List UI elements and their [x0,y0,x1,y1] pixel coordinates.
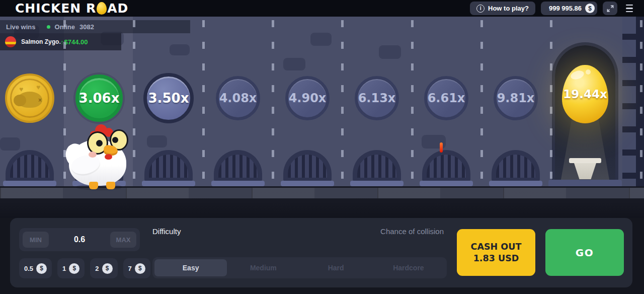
min-bet-button[interactable]: MIN [23,232,49,248]
brick-patch [170,44,190,55]
brick-patch [283,58,305,70]
app-logo: CHICKEN R AD [15,0,128,17]
live-wins-bar: Live wins Online 3082 [0,20,190,33]
how-to-play-label: How to play? [488,5,529,12]
dollar-coin-icon: $ [135,263,145,274]
chip-7-button[interactable]: 7 $ [123,258,150,278]
grate-bars [353,150,401,182]
menu-button[interactable] [623,2,636,15]
brick-patch [147,135,167,148]
multiplier-locked: 6.61x [424,76,468,120]
cash-out-button[interactable]: CASH OUT 1.83 USD [457,229,535,276]
chicken-character [66,126,132,191]
bet-amount-box: MIN 0.6 MAX [19,228,140,251]
brick-patch [0,137,20,151]
difficulty-hard[interactable]: Hard [300,259,372,276]
max-bet-button[interactable]: MAX [110,232,136,248]
collision-chance-label: Chance of collision [303,227,444,236]
sewer-grate [6,150,54,186]
how-to-play-button[interactable]: How to play? [470,2,535,15]
difficulty-easy[interactable]: Easy [154,259,227,276]
bet-amount-input[interactable]: 0.6 [74,235,85,244]
chicken-foot-right [106,182,115,189]
grate-sill [3,181,56,186]
cash-out-label: CASH OUT [460,241,532,253]
grate-bars [6,150,54,182]
live-win-entry: Salmon Zygo… ↑ $744.00 [0,33,121,50]
go-button[interactable]: GO [545,229,624,276]
sewer-grate [283,150,332,186]
info-icon [476,5,485,13]
header-controls: How to play? 999 995.86 $ [470,2,636,15]
grate-sill [142,181,195,186]
lane-divider [202,20,205,186]
fullscreen-button[interactable] [603,2,617,15]
multiplier-locked: 4.08x [216,76,260,120]
brick-patch [379,45,401,59]
difficulty-selector: Easy Medium Hard Hardcore [152,257,447,278]
online-count: 3082 [79,23,94,31]
grate-bars [144,150,193,182]
menu-icon [626,5,633,6]
live-wins-title: Live wins [6,23,36,31]
grate-bars [283,150,332,182]
difficulty-label: Difficulty [152,227,181,236]
grate-bars [492,150,540,182]
bet-control-panel: MIN 0.6 MAX 0.5 $ 1 $ 2 $ 7 $ Difficulty… [10,218,632,287]
chip-1-button[interactable]: 1 $ [57,258,85,278]
logo-text-right: AD [107,0,128,17]
cash-out-amount: 1.83 USD [460,253,532,264]
sewer-grate [353,150,401,186]
grate-sill [350,181,404,186]
multiplier-locked: 9.81x [494,76,538,120]
lane-divider [550,20,552,186]
lane-divider [341,20,344,186]
balance-value: 999 995.86 [549,5,582,12]
top-bar: CHICKEN R AD How to play? 999 995.86 $ [0,0,644,17]
grate-sill [420,181,473,186]
sewer-grate [214,150,262,186]
difficulty-medium[interactable]: Medium [227,259,299,276]
lane-divider [411,20,414,186]
pedestal-top [569,158,601,163]
chip-2-button[interactable]: 2 $ [90,258,117,278]
lane-divider [133,20,135,186]
grate-sill [489,181,542,186]
game-scene: Live wins Online 3082 Salmon Zygo… ↑ $74… [0,17,644,218]
chicken-foot-left [89,182,98,189]
chip-0.5-button[interactable]: 0.5 $ [19,258,52,278]
sewer-grate [492,150,540,186]
grate-sill [281,181,334,186]
quick-bet-chips: 0.5 $ 1 $ 2 $ 7 $ [19,258,150,278]
balance-display[interactable]: 999 995.86 $ [541,2,597,15]
logo-text-left: CHICKEN R [15,0,96,17]
multiplier-locked: 6.13x [355,76,399,120]
brick-patch [310,33,332,46]
grate-sill [211,181,265,186]
grate-bars [214,150,262,182]
flame-icon [440,142,443,153]
sewer-grate [144,150,193,186]
multiplier-locked: 4.90x [285,76,330,120]
online-dot-icon [47,25,50,29]
lane-divider [640,20,642,186]
lane-divider [480,20,483,186]
difficulty-hardcore[interactable]: Hardcore [372,259,445,276]
lane-divider [272,20,274,186]
player-name: Salmon Zygo… [21,38,60,45]
fullscreen-icon [606,5,614,13]
win-amount-value: $744.00 [64,38,88,46]
egg-icon [97,2,107,15]
multiplier-hit: 3.06x [75,75,123,122]
currency-coin-icon: $ [585,4,595,13]
chicken-cheek [89,152,97,158]
final-multiplier: 19.44x [563,88,607,101]
collected-coin-icon: ♥ ♥ × [5,74,54,123]
road-edge-shadow [0,198,644,218]
dollar-coin-icon: $ [69,263,79,274]
coin-x-eye: × [38,97,42,104]
dollar-coin-icon: $ [102,263,113,274]
sewer-grate [422,150,470,186]
chicken-tongue [105,154,112,160]
grate-bars [422,150,470,182]
